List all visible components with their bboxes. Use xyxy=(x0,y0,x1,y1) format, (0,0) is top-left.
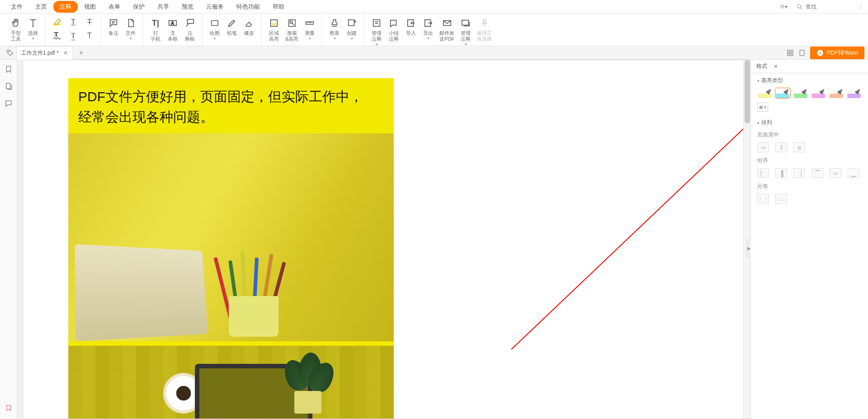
menu-view[interactable]: 视图 xyxy=(78,1,102,13)
pages-icon[interactable] xyxy=(5,82,13,90)
svg-rect-23 xyxy=(373,20,380,27)
ribbon-icon[interactable] xyxy=(5,405,13,413)
replace-text-tool[interactable]: T xyxy=(82,30,97,42)
underline-tool[interactable]: T xyxy=(66,16,81,28)
menu-features[interactable]: 特色功能 xyxy=(230,1,266,13)
svg-line-37 xyxy=(511,87,750,349)
underline-icon: T xyxy=(68,17,78,27)
swatch-pink[interactable] xyxy=(811,88,826,98)
scroll-thumb[interactable] xyxy=(745,60,750,123)
textbox-button[interactable]: A 文 本框 xyxy=(164,16,181,43)
collapse-pane-button[interactable]: ▶ xyxy=(746,240,751,258)
format-tab-label[interactable]: 格式 xyxy=(756,62,767,70)
manage-icon xyxy=(460,17,472,29)
file-attach-button[interactable]: 文件 ▼ xyxy=(122,16,139,42)
accessibility-icon[interactable]: ⟳▾ xyxy=(780,4,788,10)
align-middle-button[interactable]: ═ xyxy=(830,168,841,178)
note-icon xyxy=(108,17,119,29)
stamp-icon xyxy=(329,17,340,29)
hand-tool-button[interactable]: 手型 工具 xyxy=(7,16,24,43)
menu-cloud[interactable]: 云服务 xyxy=(200,1,230,13)
import-button[interactable]: 导入 xyxy=(402,16,420,37)
swatch-green[interactable] xyxy=(793,88,808,98)
pencil-button[interactable]: 铅笔 xyxy=(223,16,241,37)
bookmark-icon[interactable] xyxy=(5,65,13,73)
align-bottom-button[interactable]: ▁ xyxy=(848,168,859,178)
search-highlight-icon xyxy=(286,17,298,29)
menu-preview[interactable]: 预览 xyxy=(175,1,200,13)
callout-button[interactable]: 注 释框 xyxy=(181,16,198,43)
eraser-button[interactable]: 橡皮 xyxy=(241,16,258,37)
align-left-button[interactable]: ▏ xyxy=(757,168,769,178)
insert-text-tool[interactable]: T̲ xyxy=(66,30,81,42)
page-image-1 xyxy=(68,133,394,341)
close-pane-icon[interactable]: ✕ xyxy=(774,63,778,70)
manage-comments-button[interactable]: 管理 注释 ▼ xyxy=(368,16,385,47)
search-input[interactable] xyxy=(806,4,851,10)
typewriter-icon: T| xyxy=(150,17,161,29)
create-button[interactable]: 创建 ▼ xyxy=(343,16,360,42)
text-select-icon xyxy=(27,17,39,29)
export-button[interactable]: 导出 ▼ xyxy=(420,16,437,42)
svg-rect-32 xyxy=(788,53,790,56)
center-vertical-button[interactable]: ⇕ xyxy=(775,142,787,152)
single-view-icon[interactable] xyxy=(798,49,806,56)
menu-annotate[interactable]: 注释 xyxy=(53,1,78,13)
menu-share[interactable]: 共享 xyxy=(151,1,175,13)
swatch-orange[interactable] xyxy=(829,88,844,98)
keep-tool-button[interactable]: 保持工 具选择 xyxy=(474,16,495,43)
distribute-horizontal-button[interactable]: ⋮⋮ xyxy=(757,194,769,204)
align-top-button[interactable]: ▔ xyxy=(811,168,823,178)
menu-form[interactable]: 表单 xyxy=(102,1,127,13)
area-highlight-button[interactable]: 区域 高亮 xyxy=(265,16,283,43)
eraser-icon xyxy=(243,17,255,29)
center-both-button[interactable]: ⊕ xyxy=(793,142,805,152)
menu-home[interactable]: 主页 xyxy=(29,1,53,13)
distribute-vertical-button[interactable]: ∷ xyxy=(775,194,787,204)
close-tab-icon[interactable]: ✕ xyxy=(63,50,68,56)
note-button[interactable]: 备注 xyxy=(105,16,122,37)
page-text-line2: 经常会出现各种问题。 xyxy=(78,107,384,127)
tag-icon[interactable] xyxy=(4,49,16,56)
svg-rect-36 xyxy=(6,83,10,89)
stamp-button[interactable]: 图章 ▼ xyxy=(326,16,343,42)
comments-icon[interactable] xyxy=(5,99,13,108)
search-highlight-button[interactable]: 搜索 &高亮 xyxy=(283,16,301,43)
strike-tool[interactable]: T xyxy=(82,16,97,28)
align-label: 对齐 xyxy=(757,157,862,165)
email-pdf-button[interactable]: 邮件发 送PDF xyxy=(437,16,457,43)
squiggly-tool[interactable]: T xyxy=(49,30,65,42)
document-tab[interactable]: 工作文件1.pdf * ✕ xyxy=(16,46,73,60)
svg-point-0 xyxy=(797,4,801,8)
menu-help[interactable]: 帮助 xyxy=(266,1,291,13)
align-center-button[interactable]: ▐ xyxy=(775,168,787,178)
pdf-to-word-button[interactable]: PDF转Word xyxy=(810,47,864,59)
canvas[interactable]: PDF文件方便好用，页面固定，但实际工作中， 经常会出现各种问题。 xyxy=(17,60,750,419)
swatch-yellow[interactable] xyxy=(757,88,773,98)
manage-annot-button[interactable]: 管理 注释 ▼ xyxy=(457,16,474,47)
highlight-region[interactable]: PDF文件方便好用，页面固定，但实际工作中， 经常会出现各种问题。 xyxy=(68,78,394,419)
swatch-cyan[interactable] xyxy=(775,88,791,98)
swatch-purple[interactable] xyxy=(847,88,862,98)
typewriter-button[interactable]: T| 打 字机 xyxy=(147,16,164,43)
more-icon[interactable]: ⋮ xyxy=(858,4,863,10)
more-colors-button[interactable]: ▦ ▾ xyxy=(757,103,768,112)
align-right-button[interactable]: ▕ xyxy=(793,168,805,178)
measure-button[interactable]: 测量 ▼ xyxy=(301,16,318,42)
svg-rect-11 xyxy=(272,23,276,25)
menu-file[interactable]: 文件 xyxy=(5,1,29,13)
add-tab-button[interactable]: + xyxy=(79,49,83,57)
select-tool-button[interactable]: 选择 ▼ xyxy=(24,16,42,42)
summary-button[interactable]: 小结 注释 xyxy=(385,16,402,43)
draw-button[interactable]: 绘图 ▼ xyxy=(206,16,223,42)
hand-icon xyxy=(10,17,22,29)
distribute-label: 分布 xyxy=(757,183,862,190)
highlight-tool[interactable] xyxy=(49,16,65,28)
grid-view-icon[interactable] xyxy=(787,49,794,56)
menu-protect[interactable]: 保护 xyxy=(127,1,151,13)
document-tab-label: 工作文件1.pdf * xyxy=(21,49,59,57)
strikethrough-icon: T xyxy=(85,17,94,27)
page-center-label: 页面居中 xyxy=(757,131,862,139)
center-horizontal-button[interactable]: ⇔ xyxy=(757,142,769,152)
format-pane: ▶ 格式 ✕ ▾高亮类型 ▦ ▾ ▾排列 页面居中 ⇔ ⇕ ⊕ xyxy=(750,60,868,419)
